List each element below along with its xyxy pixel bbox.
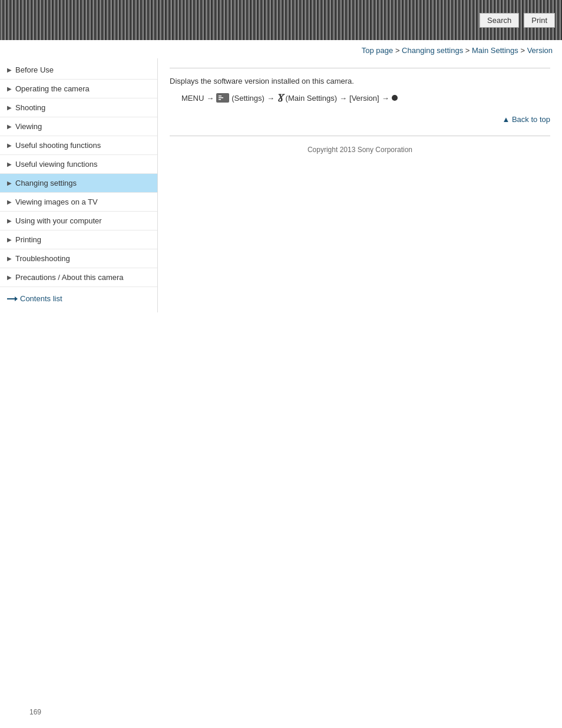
arrow3: → [339,94,347,103]
arrow2: → [267,94,275,103]
menu-path: MENU → (Settings) → Ɣ (Main Settings) → [181,93,550,103]
sidebar-item-label: Printing [15,235,41,244]
description-text: Displays the software version installed … [170,77,550,85]
sidebar-item-label: Viewing [15,122,42,131]
sidebar-item-shooting[interactable]: ▶ Shooting [0,98,157,117]
arrow-icon: ▶ [7,218,12,224]
svg-rect-2 [219,97,223,98]
arrow4: → [382,94,389,103]
breadcrumb-version[interactable]: Version [527,46,553,55]
sidebar-item-changing-settings[interactable]: ▶ Changing settings [0,174,157,193]
back-to-top-link[interactable]: ▲ Back to top [502,115,550,124]
svg-rect-3 [219,99,221,100]
sidebar-item-label: Operating the camera [15,84,90,93]
sidebar-item-label: Shooting [15,103,45,112]
sidebar-item-label: Precautions / About this camera [15,273,124,282]
search-button[interactable]: Search [480,13,519,28]
arrow-icon: ▶ [7,236,12,243]
confirm-bullet [392,95,398,101]
sidebar-item-troubleshooting[interactable]: ▶ Troubleshooting [0,249,157,268]
breadcrumb-sep3: > [520,46,527,55]
main-settings-label: (Main Settings) [286,94,337,103]
menu-text: MENU [181,94,204,103]
breadcrumb: Top page > Changing settings > Main Sett… [0,40,562,58]
sidebar-item-operating-camera[interactable]: ▶ Operating the camera [0,80,157,98]
arrow-icon: ▶ [7,180,12,186]
sidebar-item-using-computer[interactable]: ▶ Using with your computer [0,212,157,230]
arrow-icon: ▶ [7,161,12,167]
arrow1: → [206,94,214,103]
sidebar-item-label: Useful shooting functions [15,141,101,150]
sidebar-item-useful-viewing[interactable]: ▶ Useful viewing functions [0,155,157,174]
copyright-text: Copyright 2013 Sony Corporation [308,146,412,154]
contents-list-link[interactable]: Contents list [0,289,157,308]
sidebar-item-precautions[interactable]: ▶ Precautions / About this camera [0,268,157,287]
breadcrumb-top-page[interactable]: Top page [362,46,394,55]
footer: Copyright 2013 Sony Corporation [170,136,550,163]
contents-list-label: Contents list [20,294,62,303]
header-bar: Search Print [0,0,562,40]
sidebar-item-label: Using with your computer [15,216,102,225]
arrow-icon: ▶ [7,123,12,130]
main-settings-icon: Ɣ [277,93,283,103]
contents-list-arrow-icon [7,296,18,302]
sidebar-item-label: Changing settings [15,179,77,187]
sidebar-item-before-use[interactable]: ▶ Before Use [0,61,157,80]
breadcrumb-changing-settings[interactable]: Changing settings [402,46,463,55]
svg-rect-1 [219,95,222,97]
arrow-icon: ▶ [7,104,12,111]
print-button[interactable]: Print [524,13,555,28]
sidebar-item-label: Before Use [15,65,54,74]
settings-label: (Settings) [232,94,265,103]
sidebar-item-viewing-images-tv[interactable]: ▶ Viewing images on a TV [0,193,157,212]
sidebar-item-label: Viewing images on a TV [15,197,98,206]
main-layout: ▶ Before Use ▶ Operating the camera ▶ Sh… [0,58,562,312]
sidebar-item-useful-shooting[interactable]: ▶ Useful shooting functions [0,136,157,155]
page-number: 169 [29,708,41,716]
breadcrumb-main-settings[interactable]: Main Settings [472,46,518,55]
settings-svg [218,94,227,101]
sidebar-item-label: Troubleshooting [15,254,70,263]
breadcrumb-sep2: > [465,46,472,55]
arrow-icon: ▶ [7,255,12,262]
arrow-icon: ▶ [7,85,12,92]
breadcrumb-sep1: > [395,46,402,55]
arrow-icon: ▶ [7,67,12,73]
settings-icon [216,93,229,103]
back-to-top: ▲ Back to top [170,115,550,124]
sidebar: ▶ Before Use ▶ Operating the camera ▶ Sh… [0,58,158,312]
arrow-icon: ▶ [7,142,12,149]
sidebar-item-viewing[interactable]: ▶ Viewing [0,117,157,136]
arrow-icon: ▶ [7,274,12,281]
sidebar-item-printing[interactable]: ▶ Printing [0,230,157,249]
page-title-line [170,64,550,68]
content-area: Displays the software version installed … [158,58,562,175]
arrow-icon: ▶ [7,199,12,205]
sidebar-item-label: Useful viewing functions [15,160,97,169]
version-label: [Version] [349,94,379,103]
